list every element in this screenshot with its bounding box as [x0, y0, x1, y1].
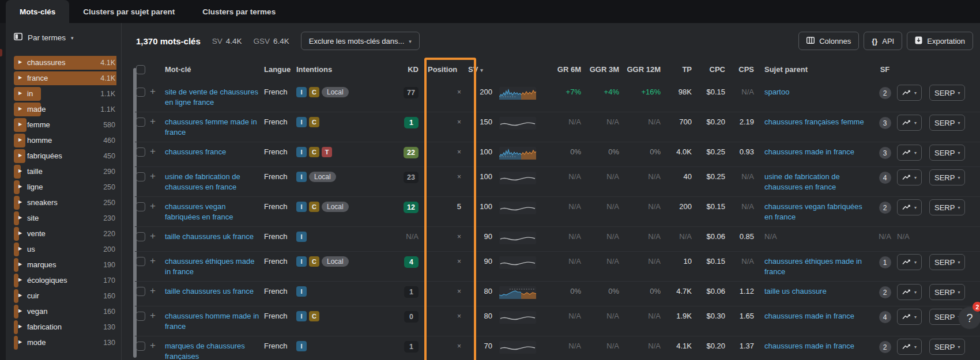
sidebar-term-item[interactable]: ▶france4.1K	[14, 71, 116, 86]
sidebar-term-item[interactable]: ▶us200	[14, 242, 116, 257]
keyword-link[interactable]: usine de fabrication de chaussures en fr…	[165, 172, 240, 191]
parent-topic-link[interactable]: chaussures vegan fabriquées en france	[764, 202, 862, 221]
serp-dropdown-button[interactable]: SERP▾	[929, 85, 965, 101]
add-keyword-button[interactable]: +	[150, 256, 156, 266]
expand-caret-icon[interactable]: ▶	[18, 59, 22, 65]
exclude-keywords-dropdown[interactable]: Exclure les mots-clés dans... ▾	[301, 32, 420, 50]
serp-dropdown-button[interactable]: SERP▾	[929, 339, 965, 355]
header-kd[interactable]: KD	[389, 65, 421, 75]
row-checkbox[interactable]	[136, 172, 145, 181]
header-ggr-3m[interactable]: GGR 3M	[581, 65, 619, 75]
sidebar-term-item[interactable]: ▶fabrication130	[14, 320, 116, 335]
header-mot-cle[interactable]: Mot-clé	[165, 65, 264, 75]
row-checkbox[interactable]	[136, 342, 145, 351]
columns-button[interactable]: Colonnes	[798, 32, 859, 50]
header-sujet-parent[interactable]: Sujet parent	[754, 65, 873, 75]
header-cpc[interactable]: CPC	[692, 65, 725, 75]
header-intentions[interactable]: Intentions	[296, 65, 389, 75]
serp-dropdown-button[interactable]: SERP▾	[929, 199, 965, 215]
row-checkbox[interactable]	[136, 232, 145, 241]
expand-caret-icon[interactable]: ▶	[18, 137, 22, 142]
parent-topic-link[interactable]: chaussures éthiques made in france	[764, 257, 862, 276]
expand-caret-icon[interactable]: ▶	[18, 215, 22, 220]
sidebar-term-item[interactable]: ▶écologiques170	[14, 273, 116, 289]
serp-dropdown-button[interactable]: SERP▾	[929, 254, 965, 270]
row-checkbox[interactable]	[136, 312, 145, 321]
add-keyword-button[interactable]: +	[150, 232, 156, 241]
parent-topic-link[interactable]: chaussures made in france	[764, 312, 854, 320]
sidebar-term-item[interactable]: ▶chaussures4.1K	[14, 55, 116, 71]
expand-caret-icon[interactable]: ▶	[18, 293, 22, 298]
trend-dropdown-button[interactable]: ▾	[897, 115, 922, 131]
select-all-checkbox[interactable]	[136, 65, 145, 74]
header-position[interactable]: Position	[421, 65, 468, 75]
expand-caret-icon[interactable]: ▶	[18, 277, 22, 282]
expand-caret-icon[interactable]: ▶	[18, 122, 22, 127]
keyword-link[interactable]: marques de chaussures françaises	[165, 342, 245, 360]
expand-caret-icon[interactable]: ▶	[18, 75, 22, 80]
add-keyword-button[interactable]: +	[150, 87, 156, 96]
sidebar-term-item[interactable]: ▶ligne250	[14, 180, 116, 195]
serp-dropdown-button[interactable]: SERP▾	[929, 115, 965, 131]
trend-dropdown-button[interactable]: ▾	[897, 339, 922, 355]
sidebar-term-item[interactable]: ▶site230	[14, 211, 116, 226]
keyword-link[interactable]: chaussures femme made in france	[165, 118, 257, 137]
header-cps[interactable]: CPS	[725, 65, 754, 75]
expand-caret-icon[interactable]: ▶	[18, 90, 22, 96]
sidebar-term-item[interactable]: ▶cuir160	[14, 289, 116, 304]
export-button[interactable]: Exportation	[907, 32, 973, 50]
keyword-link[interactable]: chaussures france	[165, 147, 226, 156]
sidebar-term-item[interactable]: ▶made1.1K	[14, 102, 116, 118]
header-sv[interactable]: SV▾	[468, 65, 492, 75]
expand-caret-icon[interactable]: ▶	[18, 106, 22, 111]
header-sf[interactable]: SF	[873, 65, 897, 75]
keyword-link[interactable]: site de vente de chaussures en ligne fra…	[165, 88, 258, 107]
trend-dropdown-button[interactable]: ▾	[897, 199, 922, 215]
header-ggr-12m[interactable]: GGR 12M	[619, 65, 661, 75]
row-checkbox[interactable]	[136, 257, 145, 266]
expand-caret-icon[interactable]: ▶	[18, 246, 22, 251]
row-checkbox[interactable]	[136, 202, 145, 211]
trend-dropdown-button[interactable]: ▾	[897, 254, 922, 270]
trend-dropdown-button[interactable]: ▾	[897, 284, 922, 300]
expand-caret-icon[interactable]: ▶	[18, 153, 22, 158]
parent-topic-link[interactable]: taille us chaussure	[764, 287, 827, 295]
trend-dropdown-button[interactable]: ▾	[897, 145, 922, 161]
parent-topic-link[interactable]: usine de fabrication de chaussures en fr…	[764, 172, 840, 191]
parent-topic-link[interactable]: chaussures françaises femme	[764, 118, 864, 126]
add-keyword-button[interactable]: +	[150, 341, 156, 350]
header-langue[interactable]: Langue	[264, 65, 296, 75]
serp-dropdown-button[interactable]: SERP▾	[929, 169, 965, 185]
expand-caret-icon[interactable]: ▶	[18, 230, 22, 236]
row-checkbox[interactable]	[136, 287, 145, 296]
sidebar-term-item[interactable]: ▶in1.1K	[14, 86, 116, 102]
expand-caret-icon[interactable]: ▶	[18, 168, 22, 173]
trend-dropdown-button[interactable]: ▾	[897, 85, 922, 101]
expand-caret-icon[interactable]: ▶	[18, 184, 22, 189]
keyword-link[interactable]: taille chaussures uk france	[165, 232, 254, 241]
sidebar-term-item[interactable]: ▶fabriquées450	[14, 149, 116, 164]
keyword-link[interactable]: chaussures homme made in france	[165, 312, 259, 331]
row-checkbox[interactable]	[136, 118, 145, 127]
parent-topic-link[interactable]: chaussures made in france	[764, 342, 854, 350]
sidebar-term-item[interactable]: ▶vegan160	[14, 304, 116, 320]
sidebar-term-item[interactable]: ▶taille290	[14, 164, 116, 180]
expand-caret-icon[interactable]: ▶	[18, 339, 22, 344]
sidebar-term-item[interactable]: ▶femme580	[14, 118, 116, 133]
sidebar-term-item[interactable]: ▶homme460	[14, 133, 116, 149]
keyword-link[interactable]: chaussures éthiques made in france	[165, 257, 254, 276]
serp-dropdown-button[interactable]: SERP▾	[929, 284, 965, 300]
sidebar-term-item[interactable]: ▶marques190	[14, 257, 116, 273]
sidebar-term-item[interactable]: ▶sneakers250	[14, 195, 116, 211]
trend-dropdown-button[interactable]: ▾	[897, 309, 922, 325]
add-keyword-button[interactable]: +	[150, 117, 156, 126]
tab-clusters-par-sujet-parent[interactable]: Clusters par sujet parent	[69, 0, 189, 23]
parent-topic-link[interactable]: chaussures made in france	[764, 147, 854, 156]
tab-mots-cl-s[interactable]: Mots-clés	[6, 0, 69, 23]
tab-clusters-par-termes[interactable]: Clusters par termes	[189, 0, 289, 23]
serp-dropdown-button[interactable]: SERP▾	[929, 145, 965, 161]
parent-topic-link[interactable]: spartoo	[764, 88, 789, 96]
api-button[interactable]: {} API	[864, 32, 902, 50]
trend-dropdown-button[interactable]: ▾	[897, 169, 922, 185]
add-keyword-button[interactable]: +	[150, 286, 156, 295]
